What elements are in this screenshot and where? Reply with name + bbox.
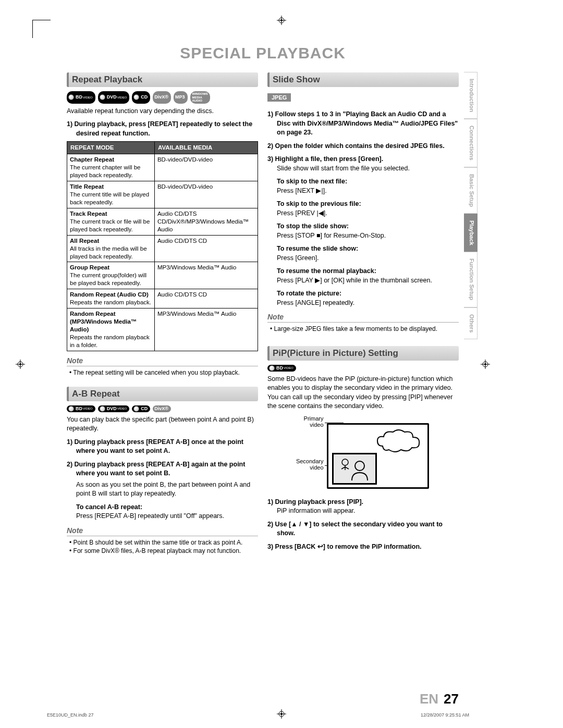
tab-playback[interactable]: Playback <box>464 214 478 252</box>
tab-introduction[interactable]: Introduction <box>464 72 478 119</box>
tab-function-setup[interactable]: Function Setup <box>464 252 478 307</box>
sidebar-tabs: Introduction Connections Basic Setup Pla… <box>464 72 478 339</box>
page-title: SPECIAL PLAYBACK <box>67 44 459 62</box>
pip-diagram: Primary video Secondary video <box>290 415 436 493</box>
note-heading: Note <box>67 526 258 536</box>
repeat-intro: Available repeat function vary depending… <box>67 107 258 116</box>
svg-point-11 <box>484 363 486 365</box>
file-meta: E5E10UD_EN.indb 27 <box>47 712 94 718</box>
media-badges: BDVIDEO DVDVIDEO CD DivX® MP3 WINDOWSMED… <box>67 91 258 104</box>
note-heading: Note <box>267 313 459 323</box>
cloud-icon <box>372 428 424 454</box>
person-icon <box>334 454 375 483</box>
page-number: 27 <box>444 691 459 707</box>
table-header: REPEAT MODE <box>67 142 155 154</box>
slide-step3-sub: Slide show will start from the file you … <box>267 164 459 174</box>
ab-intro: You can play back the specific part (bet… <box>67 415 258 434</box>
jpeg-badge: JPEG <box>267 93 291 102</box>
table-header: AVAILABLE MEDIA <box>154 142 258 154</box>
section-slide-show: Slide Show <box>267 72 459 87</box>
ab-step2: 2) During playback press [REPEAT A-B] ag… <box>67 460 258 478</box>
tab-connections[interactable]: Connections <box>464 119 478 167</box>
pip-step1: 1) During playback press [PIP]. <box>267 498 459 507</box>
svg-point-7 <box>19 363 21 365</box>
timestamp-meta: 12/28/2007 9:25:51 AM <box>421 712 469 718</box>
pip-step1-sub: PiP information will appear. <box>267 507 459 516</box>
note-text: For some DivX® files, A-B repeat playbac… <box>67 547 258 556</box>
media-badges: BDVIDEO <box>267 365 459 372</box>
registration-mark-icon <box>277 16 286 25</box>
page-footer: EN 27 <box>67 691 459 707</box>
ab-step2-sub: As soon as you set the point B, the part… <box>67 480 258 499</box>
section-repeat-playback: Repeat Playback <box>67 72 258 87</box>
repeat-step1: 1) During playback, press [REPEAT] repea… <box>67 120 258 138</box>
note-heading: Note <box>67 356 258 366</box>
language-code: EN <box>420 691 438 707</box>
svg-point-17 <box>342 459 348 465</box>
slide-step3: 3) Highlight a file, then press [Green]. <box>267 155 459 164</box>
crop-mark <box>32 20 51 38</box>
pip-step2: 2) Use [▲ / ▼] to select the secondary v… <box>267 520 459 538</box>
pip-step3: 3) Press [BACK ↩] to remove the PiP info… <box>267 542 459 552</box>
media-badges: BDVIDEO DVDVIDEO CD DivX® <box>67 405 258 412</box>
svg-point-15 <box>280 713 283 715</box>
tab-others[interactable]: Others <box>464 307 478 339</box>
registration-mark-icon <box>277 709 286 719</box>
svg-point-16 <box>355 461 364 471</box>
repeat-mode-table: REPEAT MODE AVAILABLE MEDIA Chapter Repe… <box>67 141 258 351</box>
note-text: Point B should be set within the same ti… <box>67 538 258 547</box>
section-ab-repeat: A-B Repeat <box>67 387 258 401</box>
note-text: The repeat setting will be canceled when… <box>67 368 258 377</box>
slide-step1: 1) Follow steps 1 to 3 in "Playing Back … <box>267 110 459 138</box>
registration-mark-icon <box>16 360 25 369</box>
tab-basic-setup[interactable]: Basic Setup <box>464 167 478 214</box>
slide-step2: 2) Open the folder which contains the de… <box>267 142 459 151</box>
section-pip: PiP(Picture in Picture) Setting <box>267 346 459 361</box>
ab-step1: 1) During playback press [REPEAT A-B] on… <box>67 438 258 456</box>
registration-mark-icon <box>481 360 490 369</box>
pip-intro: Some BD-videos have the PiP (picture-in-… <box>267 375 459 411</box>
svg-point-3 <box>280 19 283 21</box>
note-text: Large-size JPEG files take a few moments… <box>267 325 459 334</box>
